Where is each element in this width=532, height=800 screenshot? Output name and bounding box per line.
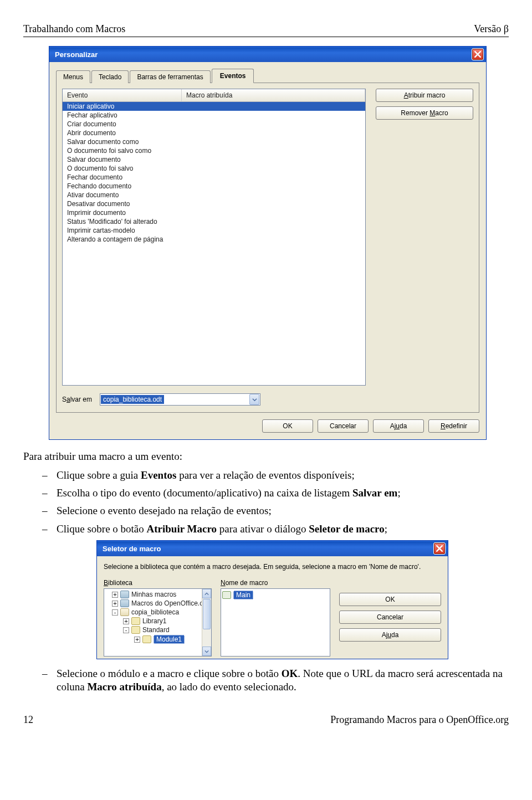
list-item: Escolha o tipo do evento (documento/apli… [42, 486, 509, 500]
cancel-button[interactable]: Cancelar [339, 611, 441, 624]
macro-icon [222, 591, 231, 599]
intro-paragraph: Para atribuir uma macro a um evento: [23, 450, 509, 463]
tree-item-oo[interactable]: +Macros do OpenOffice.o [105, 599, 210, 608]
ok-button[interactable]: OK [339, 593, 441, 606]
footer-right: Programando Macros para o OpenOffice.org [330, 714, 509, 726]
header-right: Versão β [474, 23, 509, 35]
event-row[interactable]: O documento foi salvo como [63, 146, 365, 155]
save-in-label: Salvar em [62, 396, 92, 403]
tab-teclado[interactable]: Teclado [91, 70, 129, 83]
expander-plus-icon[interactable]: + [134, 637, 140, 643]
expander-minus-icon[interactable]: - [112, 609, 118, 616]
event-row[interactable]: Criar documento [63, 120, 365, 129]
document-icon [120, 608, 129, 616]
library-tree[interactable]: +Minhas macros +Macros do OpenOffice.o -… [104, 588, 212, 657]
event-row[interactable]: Abrir documento [63, 129, 365, 137]
header-rule [23, 37, 509, 37]
tree-item-copia[interactable]: -copia_biblioteca [105, 608, 210, 617]
event-row[interactable]: Status 'Modificado' foi alterado [63, 217, 365, 226]
bullets-bottom: Selecione o módulo e a macro e clique so… [23, 667, 509, 694]
scroll-thumb[interactable] [203, 599, 211, 629]
event-row[interactable]: Ativar documento [63, 191, 365, 199]
remove-macro-button[interactable]: Remover Macro [376, 106, 473, 120]
save-in-row: Salvar em copia_biblioteca.odt [62, 393, 473, 406]
event-row[interactable]: Desativar documento [63, 199, 365, 208]
col-macro[interactable]: Macro atribuída [182, 89, 365, 101]
macro-name-label: Nome de macro [221, 579, 330, 587]
event-row[interactable]: Fechar aplicativo [63, 111, 365, 120]
col-event[interactable]: Evento [63, 89, 182, 101]
event-row[interactable]: Imprimir cartas-modelo [63, 226, 365, 235]
tab-barras[interactable]: Barras de ferramentas [130, 70, 210, 83]
page-header: Trabalhando com Macros Versão β [23, 23, 509, 35]
close-icon[interactable] [433, 542, 446, 555]
save-in-select[interactable]: copia_biblioteca.odt [100, 393, 260, 406]
list-item: Clique sobre a guia Eventos para ver a r… [42, 469, 509, 482]
tab-strip: Menus Teclado Barras de ferramentas Even… [56, 68, 479, 83]
tree-item-standard[interactable]: -Standard [105, 625, 210, 634]
library-icon [120, 591, 129, 598]
event-row[interactable]: Alterando a contagem de página [63, 235, 365, 244]
personalize-dialog: Personalizar Menus Teclado Barras de fer… [49, 46, 487, 440]
tree-item-minhas[interactable]: +Minhas macros [105, 590, 210, 599]
list-item: Selecione o evento desejado na relação d… [42, 504, 509, 517]
dialog-title: Seletor de macro [103, 545, 433, 553]
event-row[interactable]: Fechar documento [63, 173, 365, 182]
dialog-footer: OK Cancelar Ajuda Redefinir [56, 413, 479, 433]
page-number: 12 [23, 714, 33, 726]
chevron-down-icon[interactable] [249, 394, 259, 405]
event-row[interactable]: Salvar documento como [63, 137, 365, 146]
assign-macro-button[interactable]: Atribuir macro [376, 89, 473, 102]
bullets-top: Clique sobre a guia Eventos para ver a r… [23, 469, 509, 536]
event-row[interactable]: Salvar documento [63, 155, 365, 164]
module-icon [131, 617, 140, 625]
events-list-header: Evento Macro atribuída [63, 89, 365, 102]
macro-item-main[interactable]: Main [222, 590, 329, 600]
expander-plus-icon[interactable]: + [112, 592, 118, 598]
expander-plus-icon[interactable]: + [123, 618, 129, 624]
scroll-up-icon[interactable] [202, 589, 211, 598]
reset-button[interactable]: Redefinir [428, 419, 479, 433]
dialog-titlebar[interactable]: Personalizar [49, 47, 486, 62]
macro-selector-desc: Selecione a biblioteca que contém a macr… [104, 563, 441, 571]
tab-menus[interactable]: Menus [56, 70, 90, 83]
event-row[interactable]: O documento foi salvo [63, 164, 365, 173]
module-icon [131, 626, 140, 634]
module-icon [142, 635, 151, 643]
header-left: Trabalhando com Macros [23, 23, 125, 35]
close-icon[interactable] [472, 48, 484, 60]
document-page: Trabalhando com Macros Versão β Personal… [0, 0, 532, 739]
page-footer: 12 Programando Macros para o OpenOffice.… [23, 714, 509, 726]
cancel-button[interactable]: Cancelar [318, 419, 369, 433]
ok-button[interactable]: OK [262, 419, 313, 433]
library-icon [120, 599, 129, 607]
tree-item-module1[interactable]: +Module1 [105, 634, 210, 644]
help-button[interactable]: Ajuda [373, 419, 424, 433]
list-item: Clique sobre o botão Atribuir Macro para… [42, 522, 509, 536]
dialog-titlebar[interactable]: Seletor de macro [97, 541, 448, 556]
events-list[interactable]: Evento Macro atribuída Iniciar aplicativ… [62, 89, 366, 386]
macro-selector-dialog: Seletor de macro Selecione a biblioteca … [96, 540, 448, 659]
expander-plus-icon[interactable]: + [112, 601, 118, 607]
scroll-down-icon[interactable] [202, 647, 211, 656]
scrollbar[interactable] [202, 589, 211, 656]
macro-name-list[interactable]: Main [221, 588, 330, 657]
list-item: Selecione o módulo e a macro e clique so… [42, 667, 509, 694]
help-button[interactable]: Ajuda [339, 628, 441, 642]
tab-eventos[interactable]: Eventos [212, 69, 254, 83]
tab-panel-eventos: Evento Macro atribuída Iniciar aplicativ… [56, 83, 479, 413]
library-label: Biblioteca [104, 579, 212, 587]
expander-minus-icon[interactable]: - [123, 627, 129, 633]
event-row[interactable]: Imprimir documento [63, 208, 365, 217]
save-in-value: copia_biblioteca.odt [101, 395, 164, 404]
tree-item-library1[interactable]: +Library1 [105, 617, 210, 625]
event-row[interactable]: Iniciar aplicativo [63, 102, 365, 111]
event-row[interactable]: Fechando documento [63, 182, 365, 191]
buttons-spacer [339, 579, 441, 587]
dialog-title: Personalizar [55, 50, 472, 59]
